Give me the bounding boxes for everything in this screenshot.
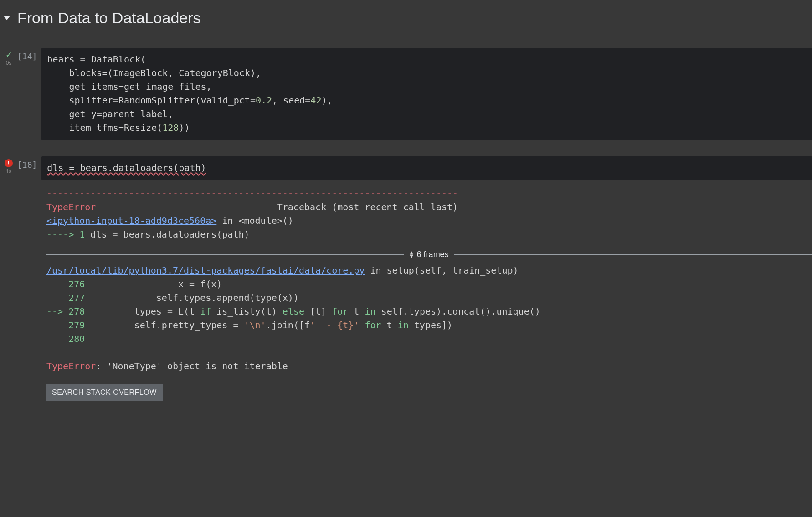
traceback-lineno: 277 <box>46 292 85 303</box>
traceback-line: [t] <box>304 306 332 317</box>
traceback-line: self.pretty_types = <box>85 320 244 331</box>
traceback-text: in setup(self, train_setup) <box>365 265 518 276</box>
traceback-line: x = f(x) <box>85 279 222 290</box>
traceback-source-link[interactable]: <ipython-input-18-add9d3ce560a> <box>46 215 216 226</box>
code-token: (ImageBlock, CategoryBlock), <box>108 67 261 78</box>
code-token: ), <box>321 95 332 106</box>
code-token: RandomSplitter(valid_pct <box>118 95 250 106</box>
status-error-icon: ! <box>5 159 13 167</box>
exception-name: TypeError <box>46 361 96 372</box>
code-token: 0.2 <box>256 95 272 106</box>
cell-prompt: [18] <box>17 156 41 180</box>
code-token: = <box>118 81 124 92</box>
code-token: parent_label, <box>102 109 174 119</box>
code-cell-18: ! 1s [18] dls = bears.dataloaders(path) … <box>0 156 812 401</box>
traceback-line: .join([f <box>266 320 310 331</box>
code-token: , seed <box>272 95 305 106</box>
status-success-icon: ✓ <box>5 51 12 59</box>
code-cell-14: ✓ 0s [14] bears = DataBlock( blocks=(Ima… <box>0 48 812 140</box>
traceback-separator: ----------------------------------------… <box>46 188 458 199</box>
kw: in <box>398 320 409 331</box>
code-editor[interactable]: dls = bears.dataloaders(path) <box>41 156 812 180</box>
cell-gutter: ! 1s <box>0 156 17 401</box>
kw: for <box>332 306 348 317</box>
traceback-arrow: --> <box>46 306 68 317</box>
cell-gutter: ✓ 0s <box>0 48 17 140</box>
traceback-arrow: ----> <box>46 229 79 240</box>
code-token: get_image_files, <box>124 81 212 92</box>
traceback-line: self.types.append(type(x)) <box>85 292 299 303</box>
exec-time: 1s <box>6 168 12 175</box>
code-token: = <box>250 95 256 106</box>
traceback-lineno: 280 <box>46 333 85 344</box>
traceback-line: t <box>348 306 365 317</box>
traceback-line: types = L(t <box>85 306 200 317</box>
collapse-triangle-icon[interactable] <box>4 16 10 20</box>
code-token: = <box>118 122 124 133</box>
exception-message: : 'NoneType' object is not iterable <box>96 361 288 372</box>
code-token: = <box>102 67 108 78</box>
search-stack-overflow-button[interactable]: SEARCH STACK OVERFLOW <box>46 384 163 401</box>
traceback-file-link[interactable]: /usr/local/lib/python3.7/dist-packages/f… <box>46 265 365 276</box>
traceback-lineno: 279 <box>46 320 85 331</box>
code-token: dls = bears.dataloaders(path) <box>47 162 206 173</box>
traceback-line: t <box>381 320 398 331</box>
kw: for <box>365 320 381 331</box>
code-token: = <box>113 95 118 106</box>
traceback-lineno: 276 <box>46 279 85 290</box>
frames-label: 6 frames <box>417 248 449 261</box>
section-title: From Data to DataLoaders <box>17 9 201 27</box>
exception-name: TypeError <box>46 202 96 212</box>
code-token: )) <box>179 122 190 133</box>
kw: in <box>365 306 375 317</box>
str: '\n' <box>244 320 266 331</box>
code-token: bears <box>47 54 80 65</box>
code-token: DataBlock( <box>86 54 146 65</box>
str: ' - {t}' <box>310 320 359 331</box>
traceback-lineno: 278 <box>68 306 85 317</box>
cell-prompt: [14] <box>17 48 41 140</box>
code-token: item_tfms <box>47 122 118 133</box>
code-token: blocks <box>47 67 102 78</box>
code-token: splitter <box>47 95 113 106</box>
section-header[interactable]: From Data to DataLoaders <box>0 0 812 31</box>
cell-output: ----------------------------------------… <box>17 186 812 373</box>
code-token: = <box>97 109 102 119</box>
traceback-header: Traceback (most recent call last) <box>96 202 458 212</box>
code-token: = <box>305 95 310 106</box>
traceback-line: is_listy(t) <box>211 306 283 317</box>
code-token: Resize( <box>124 122 162 133</box>
kw: else <box>283 306 304 317</box>
exec-time: 0s <box>6 60 12 66</box>
traceback-text: in <module>() <box>216 215 293 226</box>
kw: if <box>200 306 211 317</box>
traceback-line: types]) <box>409 320 452 331</box>
code-token: 42 <box>310 95 321 106</box>
traceback-lineno: 1 <box>79 229 85 240</box>
frames-expander[interactable]: ▲▼6 frames <box>46 248 812 261</box>
code-token: get_items <box>47 81 118 92</box>
traceback-line: self.types).concat().unique() <box>376 306 540 317</box>
code-token: 128 <box>162 122 179 133</box>
traceback-line: dls = bears.dataloaders(path) <box>85 229 249 240</box>
expand-frames-icon[interactable]: ▲▼ <box>410 251 413 258</box>
code-token: = <box>80 54 86 65</box>
code-editor[interactable]: bears = DataBlock( blocks=(ImageBlock, C… <box>41 48 812 140</box>
code-token: get_y <box>47 109 96 119</box>
traceback-line <box>359 320 365 331</box>
